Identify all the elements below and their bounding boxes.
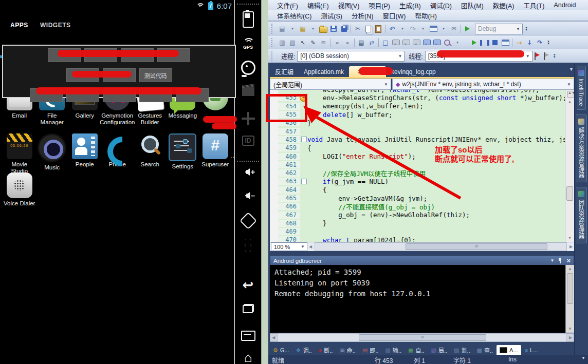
gps-icon[interactable]: GPS bbox=[242, 38, 255, 51]
scroll-down-icon[interactable]: ▼ bbox=[565, 234, 574, 242]
tool-window-tab-watch[interactable]: ▨监.. bbox=[451, 345, 473, 355]
menu-item[interactable]: 项目(P) bbox=[364, 1, 395, 10]
volume-up-icon[interactable]: + bbox=[241, 167, 255, 176]
stop-icon[interactable] bbox=[490, 38, 500, 47]
volume-down-icon[interactable]: – bbox=[241, 191, 255, 200]
menu-item[interactable]: 测试(S) bbox=[316, 11, 347, 21]
app-phone[interactable]: Phone bbox=[101, 133, 134, 175]
toolbar-overflow-icon[interactable]: ▾ ▾ bbox=[546, 41, 551, 45]
save-all-icon[interactable] bbox=[339, 24, 348, 33]
menu-item[interactable]: 分析(N) bbox=[347, 11, 378, 21]
show-next-statement-icon[interactable]: → bbox=[514, 38, 524, 47]
current-statement-breakpoint-icon[interactable]: ➜ bbox=[300, 94, 307, 102]
tool-window-tab-gdb[interactable]: ⚙G... bbox=[270, 345, 292, 355]
scroll-down-icon[interactable]: ▼ bbox=[566, 325, 574, 333]
close-icon[interactable]: × bbox=[358, 68, 361, 75]
tool-window-tab-android-gdbserver[interactable]: A... bbox=[497, 345, 521, 355]
dialog-button-redacted[interactable] bbox=[103, 68, 136, 82]
app-superuser[interactable]: Superuser bbox=[199, 133, 232, 175]
app-movie-studio[interactable]: Movie Studio bbox=[3, 133, 36, 175]
tool-window-tab-autos[interactable]: ▦自.. bbox=[405, 345, 428, 355]
rotate-screen-icon[interactable] bbox=[242, 215, 254, 227]
find-symbol-icon[interactable] bbox=[443, 38, 452, 47]
menu-item[interactable]: 帮助(H) bbox=[411, 11, 442, 21]
toolbar-grip[interactable] bbox=[271, 24, 275, 34]
swap-list-icon[interactable]: ⇄ bbox=[367, 38, 376, 47]
caret-icon[interactable]: ▾ bbox=[453, 38, 462, 47]
redo-icon[interactable]: ↷ bbox=[408, 24, 417, 33]
scroll-left-icon[interactable]: ◀ bbox=[270, 335, 277, 340]
dialog-button-redacted[interactable] bbox=[139, 88, 172, 102]
splitter-handle[interactable]: ▲▼ bbox=[567, 91, 574, 98]
rename-icon[interactable]: ✎ bbox=[308, 38, 318, 47]
tool-window-tab-log-list[interactable]: ≡L... bbox=[522, 345, 541, 355]
dialog-button-redacted[interactable] bbox=[84, 48, 117, 62]
tool-window-tab-output[interactable]: ▥输.. bbox=[382, 345, 405, 355]
caret-icon[interactable]: ▾ bbox=[398, 24, 407, 33]
app-music[interactable]: Music bbox=[36, 133, 69, 175]
console-vertical-scrollbar[interactable]: ▲ ▼ bbox=[565, 265, 574, 333]
dialog-button-redacted[interactable] bbox=[66, 88, 99, 102]
frame-icon[interactable]: □ bbox=[381, 38, 390, 47]
format-doc-icon[interactable]: ≡ bbox=[319, 38, 328, 47]
scroll-left-icon[interactable]: ◀ bbox=[307, 244, 314, 249]
tool-window-tab-immediate-window[interactable]: ▤即.. bbox=[359, 345, 382, 355]
cursor-icon[interactable]: ↖ bbox=[298, 38, 307, 47]
document-tab-kevinqq_log.cpp[interactable]: kevinqq_log.cpp bbox=[386, 66, 441, 77]
toolbar-overflow-icon[interactable]: ▾ ▾ bbox=[552, 54, 557, 58]
save-icon[interactable] bbox=[329, 24, 338, 33]
tool-window-tab-find-results[interactable]: ▩查.. bbox=[474, 345, 497, 355]
copy-icon[interactable] bbox=[363, 24, 373, 33]
dialog-button-redacted[interactable] bbox=[157, 48, 190, 62]
home-icon[interactable]: ⌂ bbox=[244, 352, 252, 362]
tool-window-tab-breakpoints[interactable]: ●断.. bbox=[316, 345, 336, 355]
gdbserver-panel-titlebar[interactable]: Android gdbserver ▼ × bbox=[270, 255, 574, 266]
comment-bubble3-icon[interactable] bbox=[412, 38, 421, 47]
code-editor[interactable]: wcscpy(w_buffer, (wchar_t *)env->GetStri… bbox=[270, 90, 574, 242]
caret-icon[interactable]: ▾ bbox=[308, 24, 318, 33]
comment-bubble-icon[interactable] bbox=[391, 38, 400, 47]
scrollbar-thumb[interactable] bbox=[566, 186, 573, 201]
close-icon[interactable]: × bbox=[566, 257, 571, 264]
open-file-icon[interactable] bbox=[319, 24, 328, 33]
paste-icon[interactable] bbox=[374, 24, 383, 33]
menu-item[interactable]: 视图(V) bbox=[334, 1, 364, 10]
thread-combo[interactable]: [3599]▼ bbox=[425, 51, 532, 62]
dialog-button-redacted[interactable] bbox=[121, 48, 154, 62]
toolbar-grip[interactable] bbox=[271, 51, 275, 61]
dialog-button-redacted[interactable] bbox=[66, 68, 99, 82]
tab-list-chevron-icon[interactable]: ▼ bbox=[569, 67, 574, 72]
back-icon[interactable]: ↩ bbox=[243, 277, 254, 293]
bookmark-next-icon[interactable] bbox=[432, 38, 442, 47]
comment-bubble2-icon[interactable] bbox=[401, 38, 411, 47]
toolbar-grip[interactable] bbox=[271, 38, 275, 47]
member-combo[interactable]: ◆ w2js(JNIEnv * env, jstring str, wchar_… bbox=[392, 79, 574, 90]
menu-icon[interactable] bbox=[241, 331, 255, 341]
menu-item[interactable]: 团队(M) bbox=[456, 1, 488, 10]
menu-item[interactable]: 工具(T) bbox=[519, 1, 549, 10]
continue-icon[interactable] bbox=[470, 38, 479, 47]
zoom-combo[interactable]: 100 %▼ bbox=[271, 242, 307, 251]
tab-widgets[interactable]: WIDGETS bbox=[40, 22, 71, 29]
android-screen[interactable]: 6:07 APPS WIDGETS 测试代码 EmailFile Manager… bbox=[0, 0, 235, 364]
step-into-icon[interactable]: ↓ bbox=[525, 38, 534, 47]
editor-vertical-scrollbar[interactable]: ▲▼ ▲ ▼ bbox=[565, 90, 574, 242]
caret-icon[interactable]: ▾ bbox=[418, 24, 428, 33]
cut-icon[interactable]: ✂ bbox=[353, 24, 362, 33]
dialog-button-redacted[interactable] bbox=[103, 88, 136, 102]
menu-item[interactable]: 编辑(E) bbox=[303, 1, 334, 10]
collapse-toggle-icon[interactable]: - bbox=[301, 179, 307, 184]
menu-item[interactable]: 生成(B) bbox=[395, 1, 426, 10]
app-people[interactable]: People bbox=[68, 133, 101, 175]
autohide-tab-solution-explorer[interactable]: 解决方案资源管理器 bbox=[576, 114, 587, 182]
send-feedback-icon[interactable]: ✉ bbox=[449, 24, 458, 33]
scrollbar-thumb[interactable]: III bbox=[359, 334, 486, 341]
scroll-right-icon[interactable]: ▶ bbox=[568, 244, 574, 249]
breakpoint-margin[interactable] bbox=[270, 90, 278, 242]
dialog-button-redacted[interactable] bbox=[176, 88, 209, 102]
scroll-right-icon[interactable]: ▶ bbox=[567, 335, 574, 340]
tool-window-tab-locals[interactable]: ▧局.. bbox=[428, 345, 451, 355]
battery-icon[interactable] bbox=[243, 11, 254, 28]
app-search[interactable]: Search bbox=[134, 133, 167, 175]
new-project-icon[interactable]: ▤ bbox=[278, 24, 287, 33]
